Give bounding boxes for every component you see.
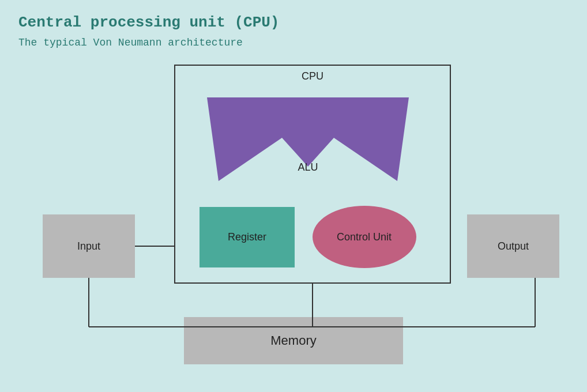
control-unit-container: Control Unit	[308, 202, 420, 272]
main-container: Central processing unit (CPU) The typica…	[0, 0, 587, 392]
control-unit-label: Control Unit	[337, 231, 392, 243]
register-label: Register	[228, 231, 266, 243]
diagram-area: CPU ALU Register Control Unit	[18, 65, 569, 370]
input-box: Input	[43, 214, 135, 278]
cpu-label: CPU	[302, 70, 323, 82]
output-label: Output	[498, 240, 529, 252]
memory-label: Memory	[270, 333, 316, 348]
cpu-box: CPU ALU Register Control Unit	[174, 65, 451, 284]
memory-box: Memory	[184, 317, 403, 364]
alu-container: ALU	[195, 92, 420, 184]
page-title: Central processing unit (CPU)	[18, 14, 569, 31]
alu-label: ALU	[298, 161, 318, 174]
control-unit-ellipse: Control Unit	[313, 206, 416, 268]
register-box: Register	[200, 207, 295, 267]
input-label: Input	[77, 240, 100, 252]
output-box: Output	[467, 214, 559, 278]
page-subtitle: The typical Von Neumann architecture	[18, 37, 569, 48]
